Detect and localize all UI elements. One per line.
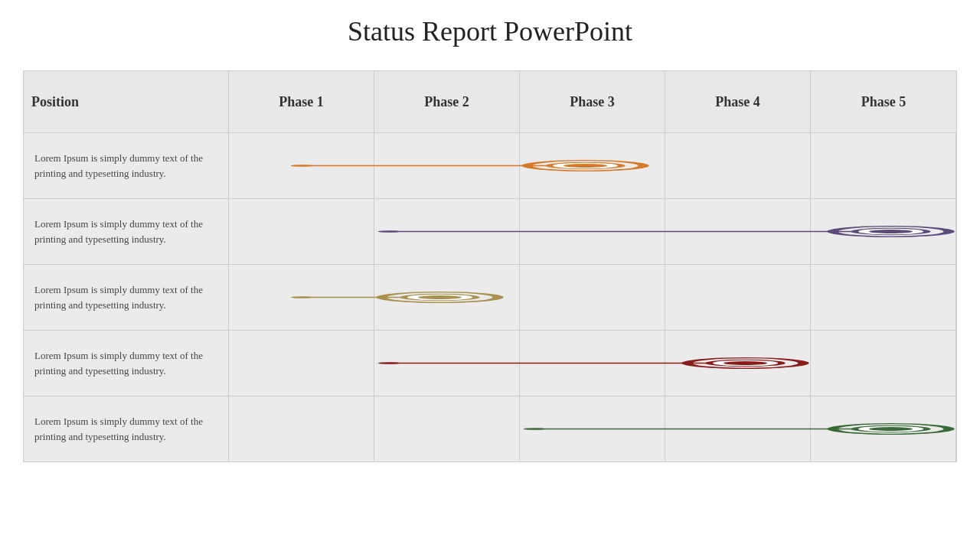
- phase-cell-4: [665, 133, 811, 198]
- position-cell: Lorem Ipsum is simply dummy text of the …: [24, 396, 229, 461]
- phase-cell-1: [229, 396, 374, 461]
- header-phase1: Phase 1: [229, 71, 374, 132]
- phase-section: [229, 396, 956, 461]
- phase-cell-2: [374, 396, 520, 461]
- position-cell: Lorem Ipsum is simply dummy text of the …: [24, 265, 229, 330]
- phase-section: [229, 331, 956, 396]
- page-title: Status Report PowerPoint: [348, 15, 632, 47]
- position-cell: Lorem Ipsum is simply dummy text of the …: [24, 133, 229, 198]
- phase-cell-3: [520, 331, 665, 396]
- table-row: Lorem Ipsum is simply dummy text of the …: [24, 199, 956, 265]
- header-phase5: Phase 5: [811, 71, 956, 132]
- phase-cell-2: [374, 133, 520, 198]
- phase-cell-5: [811, 396, 956, 461]
- phase-cell-5: [811, 133, 956, 198]
- header-phase2: Phase 2: [374, 71, 520, 132]
- phase-cell-1: [229, 133, 374, 198]
- phase-section: [229, 199, 956, 264]
- header-position: Position: [24, 71, 229, 132]
- table-row: Lorem Ipsum is simply dummy text of the …: [24, 331, 956, 396]
- header-phase3: Phase 3: [520, 71, 665, 132]
- phase-cell-4: [665, 199, 811, 264]
- table-row: Lorem Ipsum is simply dummy text of the …: [24, 265, 956, 331]
- phase-cell-1: [229, 331, 374, 396]
- phase-cell-5: [811, 199, 956, 264]
- phase-cell-3: [520, 199, 665, 264]
- position-cell: Lorem Ipsum is simply dummy text of the …: [24, 331, 229, 396]
- phase-cell-1: [229, 265, 374, 330]
- table-row: Lorem Ipsum is simply dummy text of the …: [24, 396, 956, 461]
- phase-cell-2: [374, 199, 520, 264]
- phase-cell-2: [374, 331, 520, 396]
- status-table: Position Phase 1 Phase 2 Phase 3 Phase 4…: [23, 70, 957, 462]
- phase-cell-3: [520, 265, 665, 330]
- table-row: Lorem Ipsum is simply dummy text of the …: [24, 133, 956, 199]
- phase-cell-1: [229, 199, 374, 264]
- phase-section: [229, 265, 956, 330]
- phase-cell-2: [374, 265, 520, 330]
- phase-cell-4: [665, 265, 811, 330]
- phase-cell-5: [811, 331, 956, 396]
- phase-section: [229, 133, 956, 198]
- header-phase4: Phase 4: [665, 71, 811, 132]
- table-header: Position Phase 1 Phase 2 Phase 3 Phase 4…: [24, 71, 956, 133]
- phase-cell-3: [520, 396, 665, 461]
- phase-cell-4: [665, 331, 811, 396]
- position-cell: Lorem Ipsum is simply dummy text of the …: [24, 199, 229, 264]
- phase-cell-4: [665, 396, 811, 461]
- phase-cell-3: [520, 133, 665, 198]
- phase-cell-5: [811, 265, 956, 330]
